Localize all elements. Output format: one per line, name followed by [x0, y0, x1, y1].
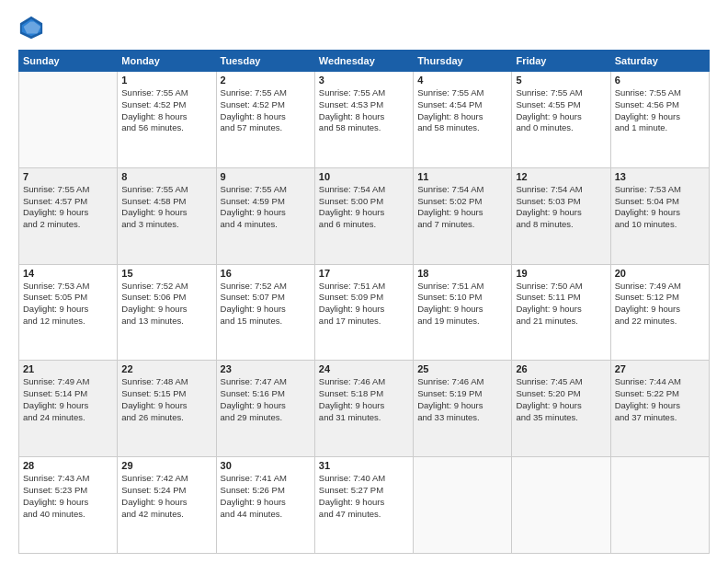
calendar-cell: 16Sunrise: 7:52 AM Sunset: 5:07 PM Dayli… — [216, 264, 314, 361]
day-number: 29 — [121, 460, 211, 471]
day-number: 9 — [221, 171, 311, 182]
day-info: Sunrise: 7:51 AM Sunset: 5:10 PM Dayligh… — [417, 281, 507, 327]
calendar-cell: 20Sunrise: 7:49 AM Sunset: 5:12 PM Dayli… — [610, 264, 709, 361]
day-info: Sunrise: 7:55 AM Sunset: 4:58 PM Dayligh… — [121, 184, 211, 231]
calendar-cell: 2Sunrise: 7:55 AM Sunset: 4:52 PM Daylig… — [216, 72, 314, 168]
day-number: 25 — [417, 363, 507, 374]
calendar-cell: 14Sunrise: 7:53 AM Sunset: 5:05 PM Dayli… — [19, 264, 118, 361]
calendar-cell — [19, 72, 118, 168]
day-number: 6 — [615, 75, 705, 86]
calendar-cell: 22Sunrise: 7:48 AM Sunset: 5:15 PM Dayli… — [118, 361, 216, 457]
calendar-week-1: 1Sunrise: 7:55 AM Sunset: 4:52 PM Daylig… — [19, 72, 710, 168]
header — [18, 15, 710, 40]
calendar-cell: 15Sunrise: 7:52 AM Sunset: 5:06 PM Dayli… — [118, 264, 216, 361]
calendar-header-row: SundayMondayTuesdayWednesdayThursdayFrid… — [19, 51, 710, 72]
day-number: 1 — [121, 75, 211, 86]
calendar-header-sunday: Sunday — [19, 51, 118, 72]
calendar-cell: 27Sunrise: 7:44 AM Sunset: 5:22 PM Dayli… — [610, 361, 709, 457]
calendar-cell: 21Sunrise: 7:49 AM Sunset: 5:14 PM Dayli… — [19, 361, 118, 457]
day-info: Sunrise: 7:53 AM Sunset: 5:05 PM Dayligh… — [23, 281, 113, 327]
day-number: 13 — [615, 171, 705, 182]
calendar-cell — [414, 457, 512, 554]
day-info: Sunrise: 7:41 AM Sunset: 5:26 PM Dayligh… — [221, 473, 311, 520]
day-info: Sunrise: 7:46 AM Sunset: 5:19 PM Dayligh… — [417, 376, 507, 423]
calendar-cell: 1Sunrise: 7:55 AM Sunset: 4:52 PM Daylig… — [118, 72, 216, 168]
day-number: 11 — [417, 171, 507, 182]
calendar-cell: 8Sunrise: 7:55 AM Sunset: 4:58 PM Daylig… — [118, 167, 216, 264]
day-number: 15 — [121, 268, 211, 279]
calendar-cell: 25Sunrise: 7:46 AM Sunset: 5:19 PM Dayli… — [414, 361, 512, 457]
day-number: 18 — [417, 268, 507, 279]
logo-icon — [18, 15, 44, 40]
day-info: Sunrise: 7:46 AM Sunset: 5:18 PM Dayligh… — [319, 376, 409, 423]
day-info: Sunrise: 7:45 AM Sunset: 5:20 PM Dayligh… — [516, 376, 606, 423]
day-info: Sunrise: 7:54 AM Sunset: 5:02 PM Dayligh… — [417, 184, 507, 231]
day-info: Sunrise: 7:53 AM Sunset: 5:04 PM Dayligh… — [615, 184, 705, 231]
calendar-cell: 10Sunrise: 7:54 AM Sunset: 5:00 PM Dayli… — [314, 167, 413, 264]
day-number: 27 — [615, 363, 705, 374]
calendar-cell: 24Sunrise: 7:46 AM Sunset: 5:18 PM Dayli… — [314, 361, 413, 457]
day-info: Sunrise: 7:50 AM Sunset: 5:11 PM Dayligh… — [516, 281, 606, 327]
calendar-week-3: 14Sunrise: 7:53 AM Sunset: 5:05 PM Dayli… — [19, 264, 710, 361]
day-info: Sunrise: 7:55 AM Sunset: 4:56 PM Dayligh… — [615, 87, 705, 134]
day-info: Sunrise: 7:49 AM Sunset: 5:12 PM Dayligh… — [615, 281, 705, 327]
logo — [18, 15, 46, 40]
day-info: Sunrise: 7:52 AM Sunset: 5:07 PM Dayligh… — [221, 281, 311, 327]
calendar-header-saturday: Saturday — [610, 51, 709, 72]
calendar-week-4: 21Sunrise: 7:49 AM Sunset: 5:14 PM Dayli… — [19, 361, 710, 457]
day-info: Sunrise: 7:44 AM Sunset: 5:22 PM Dayligh… — [615, 376, 705, 423]
calendar: SundayMondayTuesdayWednesdayThursdayFrid… — [18, 50, 710, 554]
day-number: 24 — [319, 363, 409, 374]
calendar-cell: 30Sunrise: 7:41 AM Sunset: 5:26 PM Dayli… — [216, 457, 314, 554]
day-number: 17 — [319, 268, 409, 279]
page: SundayMondayTuesdayWednesdayThursdayFrid… — [0, 0, 728, 563]
calendar-cell — [610, 457, 709, 554]
day-number: 3 — [319, 75, 409, 86]
day-number: 30 — [221, 460, 311, 471]
calendar-cell: 26Sunrise: 7:45 AM Sunset: 5:20 PM Dayli… — [512, 361, 610, 457]
day-info: Sunrise: 7:42 AM Sunset: 5:24 PM Dayligh… — [121, 473, 211, 520]
day-number: 26 — [516, 363, 606, 374]
calendar-cell: 29Sunrise: 7:42 AM Sunset: 5:24 PM Dayli… — [118, 457, 216, 554]
calendar-cell: 9Sunrise: 7:55 AM Sunset: 4:59 PM Daylig… — [216, 167, 314, 264]
calendar-cell: 7Sunrise: 7:55 AM Sunset: 4:57 PM Daylig… — [19, 167, 118, 264]
day-number: 14 — [23, 268, 113, 279]
calendar-cell — [512, 457, 610, 554]
day-info: Sunrise: 7:55 AM Sunset: 4:57 PM Dayligh… — [23, 184, 113, 231]
calendar-header-tuesday: Tuesday — [216, 51, 314, 72]
day-number: 21 — [23, 363, 113, 374]
day-number: 12 — [516, 171, 606, 182]
day-info: Sunrise: 7:55 AM Sunset: 4:59 PM Dayligh… — [221, 184, 311, 231]
calendar-cell: 11Sunrise: 7:54 AM Sunset: 5:02 PM Dayli… — [414, 167, 512, 264]
day-info: Sunrise: 7:55 AM Sunset: 4:55 PM Dayligh… — [516, 87, 606, 134]
calendar-header-monday: Monday — [118, 51, 216, 72]
calendar-cell: 5Sunrise: 7:55 AM Sunset: 4:55 PM Daylig… — [512, 72, 610, 168]
calendar-cell: 3Sunrise: 7:55 AM Sunset: 4:53 PM Daylig… — [314, 72, 413, 168]
calendar-cell: 28Sunrise: 7:43 AM Sunset: 5:23 PM Dayli… — [19, 457, 118, 554]
day-number: 2 — [221, 75, 311, 86]
calendar-cell: 18Sunrise: 7:51 AM Sunset: 5:10 PM Dayli… — [414, 264, 512, 361]
calendar-cell: 17Sunrise: 7:51 AM Sunset: 5:09 PM Dayli… — [314, 264, 413, 361]
day-info: Sunrise: 7:40 AM Sunset: 5:27 PM Dayligh… — [319, 473, 409, 520]
day-number: 28 — [23, 460, 113, 471]
day-number: 16 — [221, 268, 311, 279]
calendar-cell: 19Sunrise: 7:50 AM Sunset: 5:11 PM Dayli… — [512, 264, 610, 361]
day-number: 31 — [319, 460, 409, 471]
day-info: Sunrise: 7:55 AM Sunset: 4:53 PM Dayligh… — [319, 87, 409, 134]
calendar-week-5: 28Sunrise: 7:43 AM Sunset: 5:23 PM Dayli… — [19, 457, 710, 554]
day-number: 7 — [23, 171, 113, 182]
calendar-cell: 31Sunrise: 7:40 AM Sunset: 5:27 PM Dayli… — [314, 457, 413, 554]
day-number: 4 — [417, 75, 507, 86]
calendar-cell: 6Sunrise: 7:55 AM Sunset: 4:56 PM Daylig… — [610, 72, 709, 168]
day-number: 20 — [615, 268, 705, 279]
calendar-cell: 23Sunrise: 7:47 AM Sunset: 5:16 PM Dayli… — [216, 361, 314, 457]
day-number: 10 — [319, 171, 409, 182]
day-number: 23 — [221, 363, 311, 374]
day-info: Sunrise: 7:55 AM Sunset: 4:54 PM Dayligh… — [417, 87, 507, 134]
day-info: Sunrise: 7:43 AM Sunset: 5:23 PM Dayligh… — [23, 473, 113, 520]
day-info: Sunrise: 7:54 AM Sunset: 5:00 PM Dayligh… — [319, 184, 409, 231]
day-info: Sunrise: 7:48 AM Sunset: 5:15 PM Dayligh… — [121, 376, 211, 423]
day-number: 19 — [516, 268, 606, 279]
calendar-cell: 4Sunrise: 7:55 AM Sunset: 4:54 PM Daylig… — [414, 72, 512, 168]
day-number: 8 — [121, 171, 211, 182]
